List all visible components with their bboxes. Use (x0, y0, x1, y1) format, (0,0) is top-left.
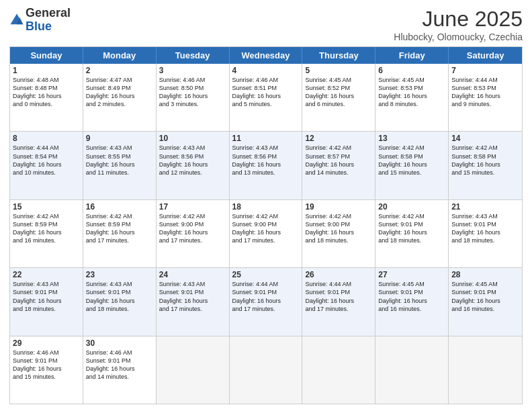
day-number: 27 (378, 270, 445, 279)
day-number: 7 (451, 66, 519, 75)
day-number: 16 (86, 202, 153, 212)
cell-info: Sunrise: 4:42 AM Sunset: 8:59 PM Dayligh… (13, 212, 80, 245)
weekday-header: Wednesday (230, 47, 303, 64)
cell-info: Sunrise: 4:42 AM Sunset: 8:57 PM Dayligh… (305, 144, 372, 177)
calendar-row: 8Sunrise: 4:44 AM Sunset: 8:54 PM Daylig… (10, 132, 522, 199)
header: General Blue June 2025 Hlubocky, Olomouc… (9, 7, 523, 42)
calendar-cell: 21Sunrise: 4:43 AM Sunset: 9:01 PM Dayli… (449, 200, 522, 267)
cell-info: Sunrise: 4:46 AM Sunset: 8:50 PM Dayligh… (159, 76, 226, 109)
weekday-header: Sunday (10, 47, 83, 64)
calendar-cell: 2Sunrise: 4:47 AM Sunset: 8:49 PM Daylig… (83, 64, 157, 131)
cell-info: Sunrise: 4:46 AM Sunset: 9:01 PM Dayligh… (86, 349, 153, 381)
day-number: 10 (159, 134, 226, 143)
cell-info: Sunrise: 4:43 AM Sunset: 9:01 PM Dayligh… (86, 280, 153, 313)
calendar-cell: 23Sunrise: 4:43 AM Sunset: 9:01 PM Dayli… (83, 268, 157, 335)
day-number: 2 (86, 66, 153, 75)
calendar-cell: 22Sunrise: 4:43 AM Sunset: 9:01 PM Dayli… (10, 268, 83, 335)
day-number: 25 (232, 270, 300, 279)
month-title: June 2025 (394, 7, 523, 32)
calendar-header: SundayMondayTuesdayWednesdayThursdayFrid… (10, 47, 522, 64)
day-number: 1 (13, 66, 80, 75)
calendar-cell: 8Sunrise: 4:44 AM Sunset: 8:54 PM Daylig… (10, 132, 83, 199)
cell-info: Sunrise: 4:42 AM Sunset: 8:59 PM Dayligh… (86, 212, 153, 245)
calendar-cell: 4Sunrise: 4:46 AM Sunset: 8:51 PM Daylig… (230, 64, 303, 131)
cell-info: Sunrise: 4:45 AM Sunset: 8:53 PM Dayligh… (378, 76, 445, 109)
weekday-header: Tuesday (157, 47, 230, 64)
calendar-cell: 5Sunrise: 4:45 AM Sunset: 8:52 PM Daylig… (302, 64, 375, 131)
day-number: 17 (159, 202, 226, 212)
day-number: 3 (159, 66, 226, 75)
calendar-cell: 16Sunrise: 4:42 AM Sunset: 8:59 PM Dayli… (83, 200, 157, 267)
calendar-cell: 12Sunrise: 4:42 AM Sunset: 8:57 PM Dayli… (302, 132, 375, 199)
cell-info: Sunrise: 4:46 AM Sunset: 8:51 PM Dayligh… (232, 76, 300, 109)
day-number: 20 (378, 202, 445, 212)
day-number: 30 (86, 338, 153, 348)
calendar-row: 22Sunrise: 4:43 AM Sunset: 9:01 PM Dayli… (10, 268, 522, 336)
day-number: 18 (232, 202, 300, 212)
calendar-body: 1Sunrise: 4:48 AM Sunset: 8:48 PM Daylig… (10, 64, 522, 404)
cell-info: Sunrise: 4:42 AM Sunset: 9:00 PM Dayligh… (232, 212, 300, 245)
cell-info: Sunrise: 4:42 AM Sunset: 9:00 PM Dayligh… (305, 212, 372, 245)
calendar-cell: 24Sunrise: 4:43 AM Sunset: 9:01 PM Dayli… (157, 268, 230, 335)
calendar-row: 15Sunrise: 4:42 AM Sunset: 8:59 PM Dayli… (10, 200, 522, 268)
day-number: 4 (232, 66, 300, 75)
day-number: 26 (305, 270, 372, 279)
location: Hlubocky, Olomoucky, Czechia (394, 32, 523, 42)
cell-info: Sunrise: 4:45 AM Sunset: 9:01 PM Dayligh… (378, 280, 445, 313)
calendar-cell: 3Sunrise: 4:46 AM Sunset: 8:50 PM Daylig… (157, 64, 230, 131)
calendar-cell: 25Sunrise: 4:44 AM Sunset: 9:01 PM Dayli… (230, 268, 303, 335)
calendar-cell (375, 336, 449, 404)
calendar: SundayMondayTuesdayWednesdayThursdayFrid… (9, 46, 523, 404)
calendar-cell: 29Sunrise: 4:46 AM Sunset: 9:01 PM Dayli… (10, 336, 83, 404)
calendar-cell (449, 336, 522, 404)
calendar-cell: 13Sunrise: 4:42 AM Sunset: 8:58 PM Dayli… (375, 132, 449, 199)
cell-info: Sunrise: 4:42 AM Sunset: 8:58 PM Dayligh… (451, 144, 519, 177)
calendar-cell (157, 336, 230, 404)
day-number: 19 (305, 202, 372, 212)
cell-info: Sunrise: 4:46 AM Sunset: 9:01 PM Dayligh… (13, 349, 80, 381)
page: General Blue June 2025 Hlubocky, Olomouc… (0, 0, 532, 411)
day-number: 28 (451, 270, 519, 279)
cell-info: Sunrise: 4:44 AM Sunset: 8:53 PM Dayligh… (451, 76, 519, 109)
weekday-header: Saturday (449, 47, 522, 64)
weekday-header: Friday (375, 47, 449, 64)
day-number: 8 (13, 134, 80, 143)
day-number: 15 (13, 202, 80, 212)
logo-text: General Blue (26, 7, 71, 34)
calendar-row: 1Sunrise: 4:48 AM Sunset: 8:48 PM Daylig… (10, 64, 522, 132)
cell-info: Sunrise: 4:48 AM Sunset: 8:48 PM Dayligh… (13, 76, 80, 109)
cell-info: Sunrise: 4:42 AM Sunset: 9:01 PM Dayligh… (378, 212, 445, 245)
cell-info: Sunrise: 4:45 AM Sunset: 9:01 PM Dayligh… (451, 280, 519, 313)
calendar-cell: 17Sunrise: 4:42 AM Sunset: 9:00 PM Dayli… (157, 200, 230, 267)
logo-icon (9, 13, 24, 28)
day-number: 12 (305, 134, 372, 143)
calendar-cell: 19Sunrise: 4:42 AM Sunset: 9:00 PM Dayli… (302, 200, 375, 267)
day-number: 13 (378, 134, 445, 143)
cell-info: Sunrise: 4:43 AM Sunset: 8:55 PM Dayligh… (86, 144, 153, 177)
calendar-cell: 20Sunrise: 4:42 AM Sunset: 9:01 PM Dayli… (375, 200, 449, 267)
cell-info: Sunrise: 4:43 AM Sunset: 9:01 PM Dayligh… (159, 280, 226, 313)
cell-info: Sunrise: 4:44 AM Sunset: 8:54 PM Dayligh… (13, 144, 80, 177)
calendar-cell: 9Sunrise: 4:43 AM Sunset: 8:55 PM Daylig… (83, 132, 157, 199)
weekday-header: Thursday (302, 47, 375, 64)
calendar-cell: 27Sunrise: 4:45 AM Sunset: 9:01 PM Dayli… (375, 268, 449, 335)
calendar-cell: 28Sunrise: 4:45 AM Sunset: 9:01 PM Dayli… (449, 268, 522, 335)
day-number: 22 (13, 270, 80, 279)
day-number: 23 (86, 270, 153, 279)
cell-info: Sunrise: 4:47 AM Sunset: 8:49 PM Dayligh… (86, 76, 153, 109)
calendar-cell (230, 336, 303, 404)
calendar-cell: 1Sunrise: 4:48 AM Sunset: 8:48 PM Daylig… (10, 64, 83, 131)
calendar-cell: 26Sunrise: 4:44 AM Sunset: 9:01 PM Dayli… (302, 268, 375, 335)
cell-info: Sunrise: 4:42 AM Sunset: 9:00 PM Dayligh… (159, 212, 226, 245)
day-number: 11 (232, 134, 300, 143)
cell-info: Sunrise: 4:42 AM Sunset: 8:58 PM Dayligh… (378, 144, 445, 177)
title-block: June 2025 Hlubocky, Olomoucky, Czechia (394, 7, 523, 42)
day-number: 29 (13, 338, 80, 348)
logo: General Blue (9, 7, 71, 34)
calendar-cell: 6Sunrise: 4:45 AM Sunset: 8:53 PM Daylig… (375, 64, 449, 131)
cell-info: Sunrise: 4:44 AM Sunset: 9:01 PM Dayligh… (305, 280, 372, 313)
day-number: 6 (378, 66, 445, 75)
cell-info: Sunrise: 4:43 AM Sunset: 9:01 PM Dayligh… (13, 280, 80, 313)
cell-info: Sunrise: 4:43 AM Sunset: 9:01 PM Dayligh… (451, 212, 519, 245)
day-number: 14 (451, 134, 519, 143)
